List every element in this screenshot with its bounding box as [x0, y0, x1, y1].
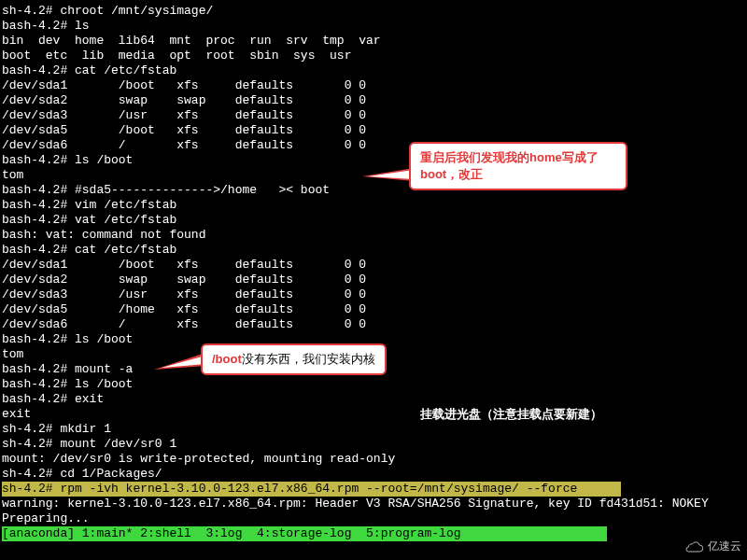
terminal-line: bash-4.2# cat /etc/fstab [2, 243, 745, 258]
terminal-line: bash-4.2# ls /boot [2, 153, 745, 168]
callout-2-text: 没有东西，我们安装内核 [242, 352, 375, 366]
terminal-line: bash-4.2# ls /boot [2, 377, 745, 392]
terminal-line: /dev/sda5 /boot xfs defaults 0 0 [2, 123, 745, 138]
terminal-line: /dev/sda3 /usr xfs defaults 0 0 [2, 108, 745, 123]
terminal-line: mount: /dev/sr0 is write-protected, moun… [2, 452, 745, 467]
terminal-line: boot etc lib media opt root sbin sys usr [2, 49, 745, 63]
terminal-line: /dev/sda3 /usr xfs defaults 0 0 [2, 287, 745, 302]
callout-2: /boot没有东西，我们安装内核 [201, 343, 387, 375]
terminal-line: /dev/sda5 /home xfs defaults 0 0 [2, 302, 745, 317]
terminal-line: exit [2, 407, 745, 422]
terminal-line: bash-4.2# vat /etc/fstab [2, 213, 745, 228]
callout-2-prefix: /boot [212, 352, 242, 366]
terminal-line-highlight: sh-4.2# rpm -ivh kernel-3.10.0-123.el7.x… [2, 482, 745, 497]
terminal-line: sh-4.2# cd 1/Packages/ [2, 467, 745, 482]
callout-1: 重启后我们发现我的home写成了boot，改正 [409, 142, 627, 190]
terminal-line: /dev/sda6 / xfs defaults 0 0 [2, 317, 745, 332]
cloud-icon [684, 540, 704, 553]
terminal-line: /dev/sda2 swap swap defaults 0 0 [2, 273, 745, 287]
watermark: 亿速云 [684, 539, 741, 554]
terminal-line: sh-4.2# mkdir 1 [2, 422, 745, 437]
terminal-line: bash-4.2# ls [2, 19, 745, 34]
terminal-line: bash-4.2# vim /etc/fstab [2, 198, 745, 213]
watermark-text: 亿速云 [708, 539, 741, 554]
terminal-line: /dev/sda1 /boot xfs defaults 0 0 [2, 258, 745, 273]
status-bar: [anaconda] 1:main* 2:shell 3:log 4:stora… [2, 526, 745, 541]
terminal-line: sh-4.2# chroot /mnt/sysimage/ [2, 4, 745, 19]
terminal-output[interactable]: sh-4.2# chroot /mnt/sysimage/bash-4.2# l… [0, 0, 747, 545]
terminal-line: /dev/sda1 /boot xfs defaults 0 0 [2, 78, 745, 93]
terminal-line: sh-4.2# mount /dev/sr0 1 [2, 437, 745, 452]
annotation-note-text: 挂载进光盘（注意挂载点要新建） [420, 407, 602, 421]
terminal-line: bash: vat: command not found [2, 228, 745, 243]
terminal-line: bash-4.2# exit [2, 392, 745, 407]
terminal-line: bin dev home lib64 mnt proc run srv tmp … [2, 34, 745, 49]
terminal-line: bash-4.2# cat /etc/fstab [2, 63, 745, 78]
terminal-line: Preparing... [2, 511, 745, 526]
terminal-line: warning: kernel-3.10.0-123.el7.x86_64.rp… [2, 497, 745, 511]
callout-1-text: 重启后我们发现我的home写成了boot，改正 [420, 150, 599, 181]
terminal-line: bash-4.2# #sda5-------------->/home >< b… [2, 183, 745, 198]
terminal-line: /dev/sda6 / xfs defaults 0 0 [2, 138, 745, 153]
annotation-note: 挂载进光盘（注意挂载点要新建） [420, 406, 602, 423]
terminal-line: /dev/sda2 swap swap defaults 0 0 [2, 93, 745, 108]
